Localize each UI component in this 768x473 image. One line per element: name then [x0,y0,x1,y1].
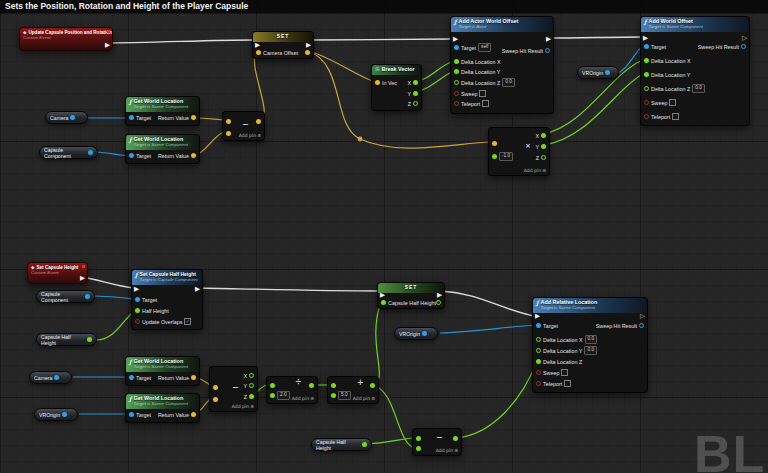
add-pin-button[interactable]: Add pin⊕ [232,404,254,409]
pin-teleport[interactable] [536,381,541,386]
pin-a[interactable] [226,119,231,124]
pin-b[interactable] [331,393,336,398]
node-add-actor-world-offset[interactable]: ƒ Add Actor World OffsetTarget is Actor … [450,16,554,114]
pin-update-overlaps[interactable] [135,319,140,324]
pin-sweep[interactable] [644,100,649,105]
pin-delta-location-x[interactable] [536,337,541,342]
pin-delta-location-x[interactable] [644,58,649,63]
sweep-checkbox[interactable] [669,99,676,106]
node-multiply-vector[interactable]: -1.0 × X Y Z Add pin⊕ [488,127,550,176]
pin-delta-location-y[interactable] [644,72,649,77]
node-get-world-location-2[interactable]: ƒ Get World LocationTarget is Scene Comp… [125,134,200,164]
pin-x[interactable] [413,80,418,85]
pin-b[interactable] [226,131,231,136]
exec-out-pin[interactable]: ▶ [105,41,110,49]
exec-out-pin[interactable]: ▶ [80,274,85,282]
update-overlaps-checkbox[interactable]: ✓ [184,318,191,325]
add-pin-button[interactable]: Add pin⊕ [436,448,458,453]
pin-teleport[interactable] [454,101,459,106]
variable-capsule-component[interactable]: Capsule Component [39,146,98,159]
exec-out-pin[interactable]: ▷ [640,312,645,320]
exec-out-pin[interactable]: ▶ [195,285,200,293]
pin-capsule-half-height-in[interactable] [381,300,386,305]
node-subtract-vectors-bottom[interactable]: − X Y Z Add pin⊕ [209,366,258,412]
pin-z[interactable] [249,394,254,399]
pin-z[interactable] [413,101,418,106]
sweep-checkbox[interactable] [479,90,486,97]
pin-camera-out[interactable] [54,375,59,380]
pin-b[interactable] [270,393,275,398]
pin-capsule-half-height-out[interactable] [436,300,441,305]
pin-in-vec[interactable] [375,80,380,85]
add-pin-button[interactable]: Add pin⊕ [353,396,375,401]
pin-a[interactable] [492,141,497,146]
variable-capsule-half-height[interactable]: Capsule Half Height [36,333,97,346]
pin-sweep-hit-result[interactable] [741,44,746,49]
node-get-world-location-3[interactable]: ƒ Get World LocationTarget is Scene Comp… [125,356,200,386]
delta-x-field[interactable]: 0.0 [585,335,598,344]
exec-in-pin[interactable]: ▶ [643,34,648,42]
add-pin-button[interactable]: Add pin⊕ [524,168,546,173]
pin-return-value[interactable] [191,412,196,417]
pin-delta-location-z[interactable] [536,359,541,364]
pin-target[interactable] [135,297,140,302]
exec-in-pin[interactable]: ▶ [453,35,458,43]
pin-y[interactable] [249,383,254,388]
pin-b[interactable] [213,397,218,402]
variable-capsule-component[interactable]: Capsule Component [36,290,95,303]
node-set-capsule-half-height-var[interactable]: SET ▶ ▶ Capsule Half Height [377,282,445,309]
pin-delta-location-z[interactable] [644,86,649,91]
pin-capsule-component-out[interactable] [85,294,90,299]
node-add-relative-location[interactable]: ƒ Add Relative LocationTarget is Scene C… [532,297,648,393]
node-break-vector[interactable]: ⊞Break Vector In Vec X Y Z [371,64,422,111]
pin-result[interactable] [256,119,261,124]
pin-z[interactable] [541,155,546,160]
delta-z-field[interactable]: 0.0 [692,84,705,93]
sweep-checkbox[interactable] [561,369,568,376]
pin-capsule-half-height-out[interactable] [87,337,92,342]
node-add-world-offset[interactable]: ƒ Add World OffsetTarget is Scene Compon… [640,16,750,126]
pin-result[interactable] [370,383,375,388]
node-subtract-float[interactable]: − Add pin⊕ [412,428,462,456]
pin-b[interactable] [416,446,421,451]
node-event-set-capsule-height[interactable]: ◆Set Capsule Height Custom Event ▶ [27,262,88,284]
node-divide[interactable]: 2.0 ÷ Add pin⊕ [266,376,318,404]
node-event-update-capsule[interactable]: ◆Update Capsule Position and Rotation Cu… [19,27,113,51]
variable-vrorigin[interactable]: VROrigin [394,327,438,340]
exec-in-pin[interactable]: ▶ [535,312,540,320]
pin-delta-location-y[interactable] [454,69,459,74]
pin-vrorigin-out[interactable] [62,412,67,417]
pin-capsule-half-height-out[interactable] [362,442,367,447]
pin-a[interactable] [270,383,275,388]
pin-target[interactable] [644,44,649,49]
pin-sweep-hit-result[interactable] [639,323,644,328]
pin-b[interactable] [492,154,497,159]
variable-vrorigin[interactable]: VROrigin [577,66,619,79]
teleport-checkbox[interactable] [672,113,679,120]
pin-a[interactable] [331,383,336,388]
pin-result[interactable] [309,383,314,388]
exec-out-pin[interactable]: ▷ [742,34,747,42]
pin-result[interactable] [453,436,458,441]
pin-a[interactable] [213,385,218,390]
pin-y[interactable] [541,144,546,149]
delta-y-field[interactable]: 0.0 [584,346,597,355]
pin-x[interactable] [249,373,254,378]
exec-out-pin[interactable]: ▶ [546,35,551,43]
pin-target[interactable] [129,153,134,158]
pin-target[interactable] [129,412,134,417]
pin-half-height[interactable] [135,308,140,313]
pin-target[interactable] [129,375,134,380]
pin-delta-location-x[interactable] [454,59,459,64]
pin-return-value[interactable] [191,115,196,120]
node-get-world-location-1[interactable]: ƒ Get World LocationTarget is Scene Comp… [125,96,200,126]
pin-target[interactable] [454,45,459,50]
add-pin-button[interactable]: Add pin⊕ [292,396,314,401]
pin-y[interactable] [413,91,418,96]
pin-return-value[interactable] [191,153,196,158]
pin-camera-offset-out[interactable] [305,50,310,55]
node-set-camera-offset[interactable]: SET ▶ ▶ Camera Offset [252,31,314,59]
pin-teleport[interactable] [644,114,649,119]
pin-sweep[interactable] [454,91,459,96]
node-get-world-location-4[interactable]: ƒ Get World LocationTarget is Scene Comp… [125,393,200,423]
